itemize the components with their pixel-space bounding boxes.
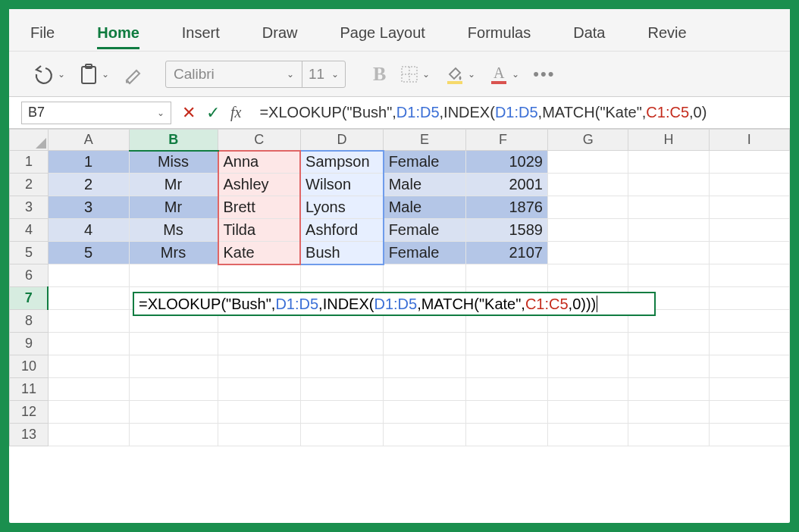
cell[interactable] xyxy=(218,424,301,446)
cell[interactable]: Male xyxy=(384,174,466,196)
cell[interactable]: 1589 xyxy=(466,219,548,242)
cell[interactable] xyxy=(547,151,628,174)
col-header-A[interactable]: A xyxy=(48,130,129,151)
cell[interactable] xyxy=(547,424,628,446)
cell[interactable] xyxy=(466,378,548,401)
cell[interactable] xyxy=(466,264,548,287)
row-header-8[interactable]: 8 xyxy=(10,310,49,333)
cell[interactable] xyxy=(628,264,709,287)
cell[interactable] xyxy=(384,264,466,287)
tab-formulas[interactable]: Formulas xyxy=(446,17,552,51)
cell[interactable] xyxy=(384,424,466,446)
cell[interactable] xyxy=(48,355,129,378)
cell[interactable]: 4 xyxy=(48,219,129,242)
cell[interactable] xyxy=(709,242,789,264)
cell[interactable] xyxy=(709,378,789,401)
cell[interactable]: Bush xyxy=(300,242,384,264)
cell[interactable] xyxy=(129,355,218,378)
row-header-6[interactable]: 6 xyxy=(10,264,49,287)
cell[interactable]: Female xyxy=(384,242,466,264)
undo-button[interactable]: ⌄ xyxy=(32,64,65,85)
tab-home[interactable]: Home xyxy=(76,17,161,51)
bold-button[interactable]: B xyxy=(373,63,386,86)
cell[interactable] xyxy=(300,333,384,355)
cell[interactable] xyxy=(300,378,384,401)
cell[interactable] xyxy=(709,333,789,355)
cell[interactable] xyxy=(218,333,301,355)
cell[interactable] xyxy=(628,196,709,219)
cell[interactable] xyxy=(384,355,466,378)
cell[interactable]: Ms xyxy=(129,219,218,242)
tab-file[interactable]: File xyxy=(9,17,76,51)
cell[interactable] xyxy=(300,424,384,446)
cell[interactable] xyxy=(48,401,129,424)
row-header-13[interactable]: 13 xyxy=(10,424,49,446)
cell[interactable] xyxy=(628,151,709,174)
format-painter-button[interactable] xyxy=(123,64,146,85)
paste-button[interactable]: ⌄ xyxy=(79,63,109,86)
cell[interactable] xyxy=(129,401,218,424)
tab-review[interactable]: Revie xyxy=(626,17,707,51)
cell[interactable] xyxy=(48,310,129,333)
cell[interactable] xyxy=(628,401,709,424)
font-size-select[interactable]: 11 ⌄ xyxy=(302,61,345,87)
tab-page-layout[interactable]: Page Layout xyxy=(319,17,446,51)
worksheet-grid[interactable]: A B C D E F G H I 1 1 Miss Anna Sampson … xyxy=(9,129,790,523)
cell[interactable] xyxy=(48,333,129,355)
cell[interactable] xyxy=(466,333,548,355)
cell[interactable]: Sampson xyxy=(300,151,384,174)
row-header-3[interactable]: 3 xyxy=(10,196,49,219)
cell[interactable] xyxy=(129,378,218,401)
row-header-11[interactable]: 11 xyxy=(10,378,49,401)
col-header-H[interactable]: H xyxy=(628,130,709,151)
col-header-B[interactable]: B xyxy=(129,130,218,151)
cell[interactable] xyxy=(129,333,218,355)
row-header-5[interactable]: 5 xyxy=(10,242,49,264)
cell[interactable] xyxy=(628,424,709,446)
cell[interactable] xyxy=(628,174,709,196)
cell[interactable]: 1876 xyxy=(466,196,548,219)
cell[interactable] xyxy=(129,264,218,287)
tab-data[interactable]: Data xyxy=(552,17,626,51)
row-header-10[interactable]: 10 xyxy=(10,355,49,378)
tab-insert[interactable]: Insert xyxy=(161,17,241,51)
cell[interactable]: Tilda xyxy=(218,219,301,242)
select-all-corner[interactable] xyxy=(10,130,49,151)
cell[interactable] xyxy=(709,310,789,333)
cell[interactable] xyxy=(48,378,129,401)
cell[interactable]: 5 xyxy=(48,242,129,264)
col-header-I[interactable]: I xyxy=(709,130,789,151)
cell[interactable]: 2 xyxy=(48,174,129,196)
cell[interactable] xyxy=(547,264,628,287)
cell[interactable] xyxy=(466,424,548,446)
formula-bar[interactable]: =XLOOKUP("Bush",D1:D5,INDEX(D1:D5,MATCH(… xyxy=(252,104,790,121)
row-header-1[interactable]: 1 xyxy=(10,151,49,174)
cell[interactable] xyxy=(628,355,709,378)
cell[interactable] xyxy=(709,151,789,174)
cell[interactable] xyxy=(547,242,628,264)
confirm-icon[interactable]: ✓ xyxy=(206,103,220,123)
cell[interactable] xyxy=(48,264,129,287)
col-header-C[interactable]: C xyxy=(218,130,301,151)
cell[interactable] xyxy=(218,264,301,287)
cell[interactable] xyxy=(48,424,129,446)
cell[interactable]: Male xyxy=(384,196,466,219)
cell[interactable] xyxy=(300,264,384,287)
cell[interactable]: Kate xyxy=(218,242,301,264)
cell[interactable]: Female xyxy=(384,151,466,174)
cell[interactable]: Ashford xyxy=(300,219,384,242)
cell[interactable]: Brett xyxy=(218,196,301,219)
cell[interactable] xyxy=(709,174,789,196)
more-button[interactable]: ••• xyxy=(533,64,555,84)
cell[interactable]: Ashley xyxy=(218,174,301,196)
row-header-7[interactable]: 7 xyxy=(10,287,49,310)
cell[interactable] xyxy=(709,196,789,219)
cell[interactable] xyxy=(709,287,789,310)
cell[interactable] xyxy=(48,287,129,310)
cell[interactable] xyxy=(218,378,301,401)
row-header-4[interactable]: 4 xyxy=(10,219,49,242)
cell-editor[interactable]: =XLOOKUP("Bush",D1:D5,INDEX(D1:D5,MATCH(… xyxy=(133,292,656,316)
cell[interactable] xyxy=(547,401,628,424)
cell[interactable]: 1 xyxy=(48,151,129,174)
cell[interactable]: Female xyxy=(384,219,466,242)
